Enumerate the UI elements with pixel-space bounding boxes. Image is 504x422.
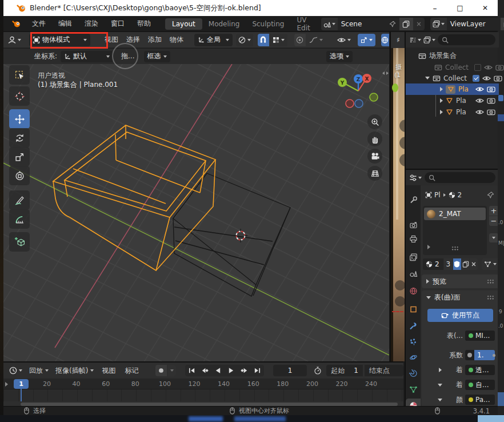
tab-scene[interactable]	[406, 266, 421, 280]
disclosure-right-icon[interactable]	[440, 110, 443, 114]
slot-remove-button[interactable]: −	[489, 216, 498, 226]
timeline-markers-menu[interactable]: 标记	[125, 366, 138, 376]
outliner-row-collection-excluded[interactable]: Collect	[406, 62, 499, 73]
visibility-dropdown[interactable]	[337, 36, 351, 44]
disclosure-right-icon[interactable]	[440, 98, 443, 103]
transform-orientation-dropdown[interactable]: 全局	[194, 34, 233, 46]
shader-socket-dropdown[interactable]: MI...	[465, 331, 495, 341]
close-button[interactable]: ✕	[473, 0, 498, 16]
tab-layout[interactable]: Layout	[165, 18, 202, 30]
editor-type-button[interactable]	[8, 36, 21, 44]
drag-handle-dots[interactable]	[451, 246, 459, 250]
pin-icon[interactable]	[487, 191, 494, 199]
overlays-toggle[interactable]	[381, 34, 389, 46]
frame-start-field[interactable]: 起始 1	[326, 365, 363, 376]
render-visibility-icon[interactable]	[495, 63, 504, 71]
menu-render[interactable]: 渲染	[85, 19, 98, 29]
jump-to-end-button[interactable]	[251, 365, 264, 376]
drag-handle-dots[interactable]	[487, 279, 494, 284]
tool-annotate[interactable]	[9, 190, 30, 210]
render-visibility-icon[interactable]	[487, 97, 495, 105]
fake-user-toggle[interactable]	[453, 258, 461, 270]
tool-scale[interactable]	[9, 147, 30, 166]
scene-browse-button[interactable]	[321, 18, 338, 30]
exclude-checkbox[interactable]	[473, 75, 479, 82]
tab-sculpting[interactable]: Sculpting	[246, 18, 290, 30]
render-visibility-icon[interactable]	[487, 85, 495, 93]
menu-edit[interactable]: 编辑	[58, 19, 72, 29]
proportional-falloff-dropdown[interactable]	[306, 34, 326, 46]
viewlayer-browse-button[interactable]	[430, 18, 447, 30]
hide-eye-icon[interactable]	[484, 63, 493, 71]
panel-preview[interactable]: 预览	[422, 274, 498, 288]
render-visibility-icon[interactable]	[494, 74, 502, 82]
options-dropdown[interactable]: 选项	[326, 51, 353, 62]
tab-render[interactable]	[406, 218, 421, 232]
keying-set-dropdown[interactable]	[168, 365, 176, 376]
menu-add[interactable]: 添加	[144, 35, 166, 45]
tool-measure[interactable]	[9, 209, 30, 229]
pivot-point-dropdown[interactable]	[236, 34, 253, 46]
scene-name-field[interactable]: Scene	[338, 18, 399, 30]
outliner-filter-dropdown[interactable]	[423, 36, 435, 44]
viewport-zoom-button[interactable]	[367, 114, 382, 129]
tab-object[interactable]	[406, 302, 421, 316]
tab-physics[interactable]	[406, 351, 421, 364]
viewport-ortho-toggle-button[interactable]	[367, 166, 382, 181]
breadcrumb-material[interactable]: 2	[458, 191, 462, 199]
outliner-row-object-active[interactable]: Pla	[406, 83, 499, 95]
timeline-tracks[interactable]	[3, 389, 403, 401]
tab-world[interactable]	[406, 284, 421, 298]
menu-help[interactable]: 帮助	[137, 19, 151, 29]
tab-view-layer[interactable]	[406, 250, 421, 264]
region-expand-icon[interactable]	[5, 382, 8, 387]
tab-modifiers[interactable]	[406, 319, 421, 333]
tool-rotate[interactable]	[9, 128, 30, 148]
color-socket-dropdown[interactable]: Pa...	[465, 395, 495, 405]
factor-socket[interactable]	[465, 350, 474, 360]
snap-toggle[interactable]	[258, 34, 269, 46]
material-id-field[interactable]: 2	[423, 258, 443, 270]
viewport-pan-button[interactable]	[367, 132, 382, 146]
current-frame-field[interactable]: 1	[273, 365, 307, 376]
outliner-search-input[interactable]	[438, 34, 495, 45]
timeline-ruler[interactable]: 20406080100120140160180200220240 1	[3, 379, 403, 389]
disclosure-down-icon[interactable]	[438, 384, 442, 387]
disclosure-right-icon[interactable]	[440, 87, 443, 91]
playhead-line[interactable]	[21, 388, 22, 401]
minimize-button[interactable]: –	[422, 0, 447, 16]
outliner-display-mode-dropdown[interactable]	[409, 36, 421, 44]
previous-keyframe-button[interactable]	[198, 365, 211, 376]
jump-to-start-button[interactable]	[185, 365, 198, 376]
play-button[interactable]	[225, 365, 238, 376]
tool-add-cube[interactable]	[9, 232, 30, 252]
menu-object[interactable]: 物体	[166, 35, 187, 45]
breadcrumb-object[interactable]: Pl	[434, 191, 441, 199]
select-tool-dropdown[interactable]: 框选	[144, 51, 170, 62]
slot-add-button[interactable]: +	[489, 206, 498, 216]
tab-material[interactable]	[406, 399, 421, 406]
outliner-row-object[interactable]: Pla	[406, 106, 499, 117]
timeline-view-menu[interactable]: 视图	[102, 366, 115, 376]
outliner-row-scene-collection[interactable]: 场景集合	[406, 50, 499, 61]
properties-editor-type-button[interactable]	[409, 174, 422, 182]
shader-socket-dropdown[interactable]: 自...	[465, 380, 495, 390]
properties-search-input[interactable]	[425, 172, 495, 183]
hide-eye-icon[interactable]	[475, 85, 484, 93]
scene-unlink-button[interactable]	[413, 18, 425, 30]
stopwatch-icon[interactable]	[314, 367, 322, 375]
users-count-button[interactable]: 3	[444, 258, 453, 270]
auto-keying-toggle[interactable]	[155, 365, 167, 376]
tab-particles[interactable]	[406, 335, 421, 349]
hide-eye-icon[interactable]	[475, 97, 484, 105]
proportional-editing-toggle[interactable]	[294, 34, 306, 46]
timeline-editor-type-button[interactable]	[9, 367, 22, 375]
playback-menu[interactable]: 回放	[29, 366, 49, 376]
material-slot-active[interactable]: 2_MAT	[424, 208, 486, 220]
tab-output[interactable]	[406, 232, 421, 246]
blender-menu-icon[interactable]	[11, 19, 21, 28]
nodetree-dropdown[interactable]	[482, 258, 498, 270]
coord-system-dropdown[interactable]: 默认	[61, 51, 113, 62]
maximize-button[interactable]: □	[447, 0, 473, 16]
viewlayer-name-field[interactable]: ViewLayer	[447, 18, 501, 30]
